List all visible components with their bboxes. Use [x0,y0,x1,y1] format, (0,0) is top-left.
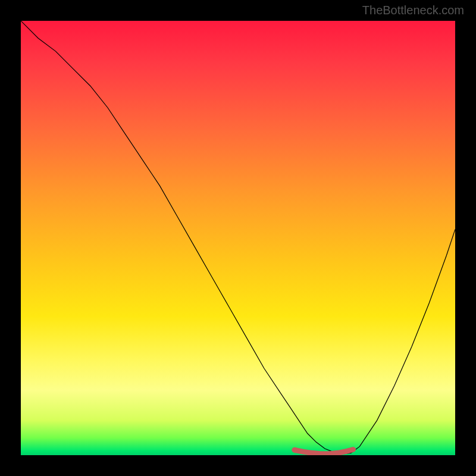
curve-svg [21,21,455,455]
bottleneck-curve-path [21,21,455,454]
watermark-text: TheBottleneck.com [362,4,464,17]
plot-area [21,21,455,455]
highlight-segment-path [295,450,353,454]
